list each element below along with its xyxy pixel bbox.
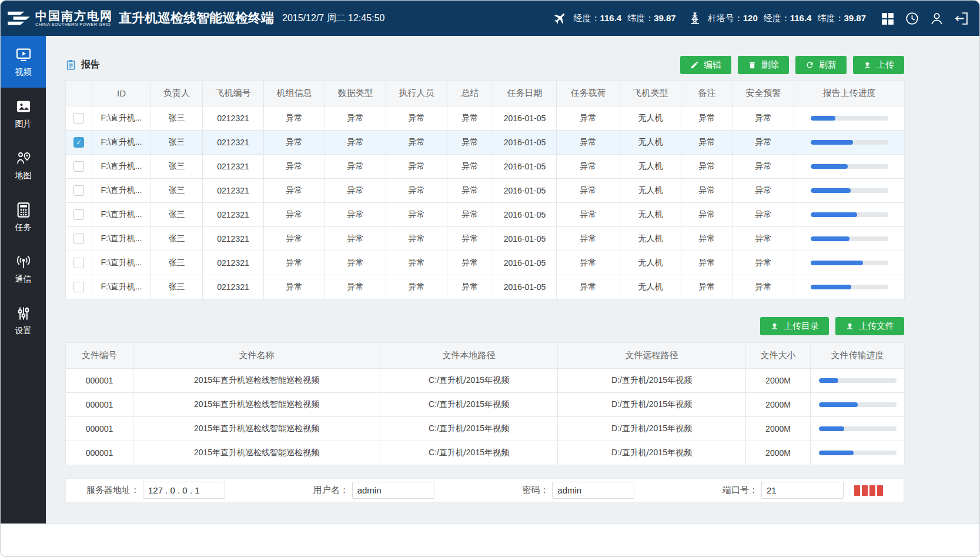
- sidebar-item-map[interactable]: 地图: [1, 139, 46, 191]
- cell-crew_info: 异常: [264, 131, 325, 155]
- cell-executor: 异常: [386, 251, 447, 275]
- cell-id: F:\直升机...: [92, 179, 151, 203]
- server-address-label: 服务器地址：: [86, 485, 139, 496]
- cell-task_date: 2016-01-05: [493, 251, 557, 275]
- button-label: 上传目录: [784, 321, 819, 332]
- cell-task_date: 2016-01-05: [493, 106, 557, 131]
- cell-id: F:\直升机...: [92, 251, 151, 275]
- upload-progress-bar: [811, 140, 888, 145]
- cell-executor: 异常: [386, 179, 447, 203]
- row-checkbox[interactable]: ✓: [73, 137, 84, 148]
- cell-progress: [794, 203, 905, 227]
- server-address-input[interactable]: [143, 482, 225, 499]
- cell-remote_path: D:/直升机/2015年视频: [558, 393, 746, 417]
- tower-position: 杆塔号：120 经度：116.4 纬度：39.87: [688, 11, 866, 25]
- column-header: 备注: [681, 81, 733, 106]
- sidebar-item-settings[interactable]: 设置: [1, 295, 46, 346]
- cell-crew_info: 异常: [264, 275, 325, 299]
- button-label: 编辑: [704, 59, 721, 71]
- refresh-icon: [805, 61, 814, 69]
- row-checkbox[interactable]: [73, 113, 84, 124]
- files-header: 上传目录上传文件: [65, 317, 904, 335]
- report-row: F:\直升机...张三0212321异常异常异常异常2016-01-05异常无人…: [66, 251, 905, 275]
- upload-directory-button[interactable]: 上传目录: [760, 317, 829, 335]
- brand: 中国南方电网 CHINA SOUTHERN POWER GRID: [6, 9, 113, 28]
- sidebar-item-label: 通信: [15, 274, 32, 285]
- cell-aircraft_type: 无人机: [620, 251, 681, 275]
- files-table-head-row: 文件编号文件名称文件本地路径文件远程路径文件大小文件传输进度: [66, 343, 905, 369]
- upload-file-button[interactable]: 上传文件: [835, 317, 904, 335]
- cell-aircraft_no: 0212321: [203, 227, 264, 251]
- row-checkbox[interactable]: [73, 258, 84, 268]
- cell-aircraft_type: 无人机: [620, 106, 681, 131]
- form-field-password: 密码：: [522, 482, 634, 499]
- column-header: 文件传输进度: [811, 343, 905, 369]
- cell-id: F:\直升机...: [92, 106, 151, 131]
- files-table-body: 0000012015年直升机巡检线智能巡检视频C:/直升机/2015年视频D:/…: [66, 369, 905, 465]
- windows-icon[interactable]: [880, 11, 895, 26]
- edit-button[interactable]: 编辑: [680, 56, 731, 74]
- upload-icon: [845, 322, 854, 331]
- cell-local_path: C:/直升机/2015年视频: [380, 369, 558, 393]
- report-row: F:\直升机...张三0212321异常异常异常异常2016-01-05异常无人…: [66, 275, 905, 299]
- cell-owner: 张三: [151, 203, 203, 227]
- logout-icon[interactable]: [954, 11, 969, 26]
- checkbox-cell: [66, 155, 92, 179]
- files-toolbar: 上传目录上传文件: [760, 317, 904, 335]
- sidebar-item-video[interactable]: 视频: [1, 36, 46, 88]
- refresh-button[interactable]: 刷新: [795, 56, 847, 74]
- sidebar-item-images[interactable]: 图片: [1, 88, 46, 139]
- cell-progress: [811, 393, 905, 417]
- cell-file_no: 000001: [66, 369, 133, 393]
- sidebar-item-label: 设置: [15, 326, 32, 336]
- cell-aircraft_no: 0212321: [203, 106, 264, 131]
- cell-aircraft_no: 0212321: [203, 203, 264, 227]
- username-input[interactable]: [352, 482, 434, 499]
- cell-data_type: 异常: [325, 179, 386, 203]
- report-table: ID负责人飞机编号机组信息数据类型执行人员总结任务日期任务载荷飞机类型备注安全预…: [65, 80, 905, 299]
- delete-button[interactable]: 删除: [738, 56, 789, 74]
- tower-latitude: 纬度：39.87: [817, 13, 866, 24]
- cell-executor: 异常: [386, 275, 447, 299]
- cell-remark: 异常: [681, 203, 733, 227]
- transfer-progress-bar: [819, 451, 897, 455]
- column-header: 总结: [447, 81, 493, 106]
- cell-crew_info: 异常: [264, 179, 325, 203]
- history-icon[interactable]: [905, 11, 919, 26]
- user-icon[interactable]: [929, 11, 944, 26]
- cell-aircraft_type: 无人机: [620, 179, 681, 203]
- row-checkbox[interactable]: [73, 234, 84, 244]
- sidebar-item-tasks[interactable]: 任务: [1, 191, 46, 243]
- topbar-actions: [880, 11, 969, 26]
- port-input[interactable]: [761, 482, 844, 499]
- cell-safety_warning: 异常: [733, 251, 794, 275]
- password-input[interactable]: [552, 482, 634, 499]
- row-checkbox[interactable]: [73, 161, 84, 172]
- button-label: 上传文件: [859, 321, 894, 332]
- cell-summary: 异常: [447, 131, 493, 155]
- cell-crew_info: 异常: [264, 251, 325, 275]
- cell-progress: [794, 131, 905, 155]
- column-header: 数据类型: [325, 81, 386, 106]
- checkbox-cell: [66, 203, 92, 227]
- row-checkbox[interactable]: [73, 185, 84, 196]
- button-label: 刷新: [819, 59, 837, 71]
- sidebar-item-label: 地图: [15, 171, 32, 181]
- row-checkbox[interactable]: [73, 209, 84, 220]
- upload-progress-bar: [811, 116, 888, 121]
- report-table-body: F:\直升机...张三0212321异常异常异常异常2016-01-05异常无人…: [66, 106, 905, 299]
- trash-icon: [748, 61, 757, 69]
- upload-button[interactable]: 上传: [853, 56, 904, 74]
- signal-bar: [869, 485, 875, 496]
- aircraft-latitude: 纬度：39.87: [627, 13, 676, 24]
- cell-id: F:\直升机...: [92, 131, 151, 155]
- app-window: 中国南方电网 CHINA SOUTHERN POWER GRID 直升机巡检线智…: [0, 0, 980, 557]
- cell-safety_warning: 异常: [733, 155, 794, 179]
- bottom-strip: [1, 523, 979, 556]
- cell-local_path: C:/直升机/2015年视频: [380, 441, 558, 465]
- cell-aircraft_type: 无人机: [620, 203, 681, 227]
- sidebar-item-comm[interactable]: 通信: [1, 243, 46, 295]
- row-checkbox[interactable]: [73, 282, 84, 292]
- report-toolbar: 编辑删除刷新上传: [680, 56, 904, 74]
- cell-id: F:\直升机...: [92, 227, 151, 251]
